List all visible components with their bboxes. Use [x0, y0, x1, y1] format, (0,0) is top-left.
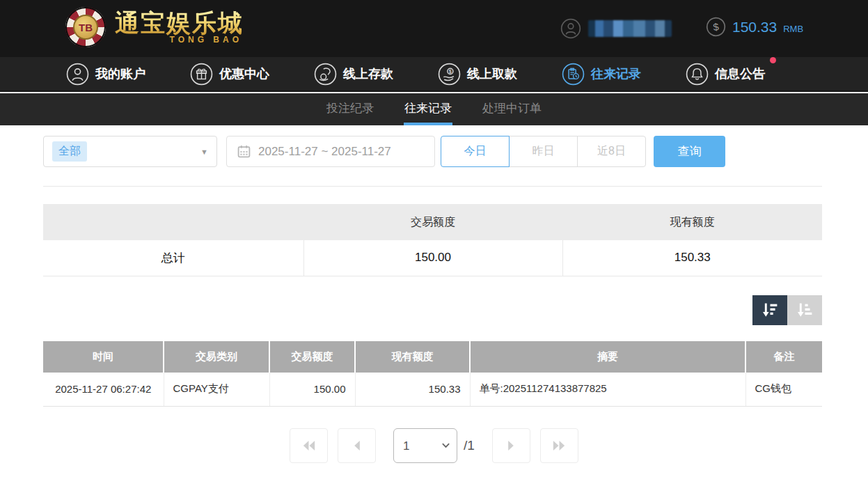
user-icon: [560, 18, 581, 39]
balance-amount: 150.33: [732, 19, 777, 36]
range-yesterday-button[interactable]: 昨日: [509, 136, 578, 167]
sort-descending-icon: [761, 301, 780, 320]
double-right-arrow-icon: [550, 437, 568, 455]
nav-item-deposit[interactable]: 线上存款: [314, 63, 393, 86]
nav-label: 信息公告: [715, 65, 765, 82]
nav-label: 线上取款: [467, 65, 517, 82]
section-divider: [43, 186, 822, 187]
records-header-row: 时间 交易类别 交易额度 现有额度 摘要 备注: [43, 341, 822, 373]
sort-button-group: [752, 295, 822, 325]
col-header-balance: 现有额度: [355, 341, 470, 373]
range-last8days-button[interactable]: 近8日: [577, 136, 646, 167]
summary-total-row: 总计 150.00 150.33: [43, 240, 822, 276]
username-redacted: [588, 20, 672, 37]
record-type: CGPAY支付: [164, 373, 269, 406]
sort-ascending-icon: [796, 301, 814, 320]
col-header-summary: 摘要: [470, 341, 745, 373]
nav-label: 往来记录: [591, 65, 641, 82]
nav-label: 优惠中心: [219, 65, 269, 82]
withdraw-hand-icon: $: [438, 63, 461, 86]
tab-betting-records[interactable]: 投注纪录: [326, 93, 374, 125]
first-page-button[interactable]: [290, 428, 328, 463]
record-time: 2025-11-27 06:27:42: [43, 373, 164, 406]
query-button[interactable]: 查询: [654, 136, 725, 167]
date-range-value: 2025-11-27 ~ 2025-11-27: [258, 145, 391, 159]
page-select-wrap: 1: [393, 428, 457, 463]
bell-icon: [686, 63, 709, 86]
brand-text: 通宝娱乐城 TONG BAO: [115, 10, 244, 45]
subtab-bar: 投注纪录 往来记录 处理中订单: [0, 93, 868, 125]
svg-text:$: $: [712, 21, 719, 33]
gift-icon: [190, 63, 213, 86]
record-balance: 150.33: [355, 373, 470, 406]
account-info: [560, 18, 672, 39]
notification-dot: [770, 57, 776, 63]
record-note: CG钱包: [745, 373, 822, 406]
nav-item-announcements[interactable]: 信息公告: [686, 63, 765, 86]
nav-label: 我的账户: [95, 65, 145, 82]
nav-item-my-account[interactable]: 我的账户: [66, 63, 145, 86]
quick-range-group: 今日 昨日 近8日: [441, 136, 646, 167]
summary-table: 交易额度 现有额度 总计 150.00 150.33: [43, 204, 822, 276]
nav-item-transaction-records[interactable]: 往来记录: [562, 63, 641, 86]
chip-core-label: TB: [73, 15, 98, 40]
last-page-button[interactable]: [540, 428, 578, 463]
date-range-picker[interactable]: 2025-11-27 ~ 2025-11-27: [226, 136, 435, 167]
transaction-type-select[interactable]: 全部 ▼: [43, 136, 217, 167]
prev-page-button[interactable]: [338, 428, 376, 463]
brand-logo: TB 通宝娱乐城 TONG BAO: [65, 7, 244, 47]
wallet-balance: $ 150.33 RMB: [706, 17, 803, 37]
brand-name: 通宝娱乐城: [115, 10, 244, 36]
double-left-arrow-icon: [300, 437, 318, 455]
dollar-coin-icon: $: [704, 15, 727, 38]
summary-transaction-total: 150.00: [303, 240, 562, 276]
filter-bar: 全部 ▼ 2025-11-27 ~ 2025-11-27 今日 昨日 近8日 查…: [43, 136, 725, 167]
nav-item-withdraw[interactable]: $ 线上取款: [438, 63, 517, 86]
col-header-note: 备注: [745, 341, 822, 373]
left-arrow-icon: [348, 437, 366, 455]
col-header-amount: 交易额度: [269, 341, 355, 373]
summary-balance-total: 150.33: [562, 240, 822, 276]
summary-header-transaction: 交易额度: [303, 204, 562, 240]
calendar-icon: [237, 145, 251, 158]
nav-label: 线上存款: [343, 65, 393, 82]
tab-processing-orders[interactable]: 处理中订单: [482, 93, 542, 125]
svg-text:$: $: [449, 68, 452, 75]
right-arrow-icon: [502, 437, 520, 455]
tab-transaction-records[interactable]: 往来记录: [404, 93, 452, 125]
sort-ascending-button[interactable]: [787, 295, 822, 325]
poker-chip-icon: TB: [65, 7, 106, 47]
pagination: 1 /1: [0, 428, 868, 463]
page-select[interactable]: 1: [393, 428, 457, 463]
col-header-time: 时间: [43, 341, 164, 373]
main-nav: 我的账户 优惠中心 线上存款 $ 线上取款 往来记录 信息公告: [0, 57, 868, 92]
record-summary: 单号:202511274133877825: [470, 373, 745, 406]
next-page-button[interactable]: [492, 428, 530, 463]
sort-descending-button[interactable]: [752, 295, 787, 325]
top-header: TB 通宝娱乐城 TONG BAO $ 150.33 RMB: [0, 0, 868, 57]
summary-total-label: 总计: [43, 240, 303, 276]
summary-header-empty: [43, 204, 303, 240]
records-clipboard-icon: [562, 63, 585, 86]
record-amount: 150.00: [269, 373, 355, 406]
selected-type-tag: 全部: [52, 141, 87, 162]
balance-currency: RMB: [783, 24, 803, 34]
col-header-type: 交易类别: [164, 341, 269, 373]
deposit-hand-icon: [314, 63, 337, 86]
range-today-button[interactable]: 今日: [441, 136, 510, 167]
brand-name-en: TONG BAO: [115, 35, 244, 45]
nav-item-promotions[interactable]: 优惠中心: [190, 63, 269, 86]
records-table: 时间 交易类别 交易额度 现有额度 摘要 备注 2025-11-27 06:27…: [43, 341, 822, 407]
record-row: 2025-11-27 06:27:42 CGPAY支付 150.00 150.3…: [43, 373, 822, 406]
summary-header-row: 交易额度 现有额度: [43, 204, 822, 240]
chevron-down-icon: ▼: [200, 148, 208, 156]
account-icon: [66, 63, 89, 86]
summary-header-balance: 现有额度: [562, 204, 822, 240]
page-total-label: /1: [464, 438, 475, 453]
